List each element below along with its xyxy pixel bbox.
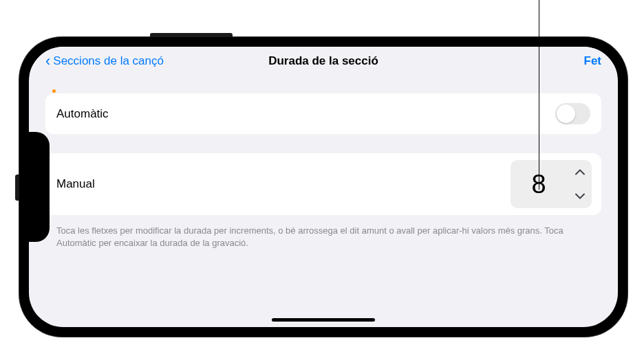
home-indicator[interactable] (272, 318, 375, 322)
callout-line (539, 0, 539, 190)
quantity-stepper[interactable]: 8 (511, 160, 592, 208)
navbar: ‹ Seccions de la cançó Durada de la secc… (29, 47, 618, 74)
manual-row: Manual 8 (45, 153, 601, 215)
notch (29, 132, 50, 242)
automatic-label: Automàtic (56, 107, 109, 121)
chevron-up-icon[interactable] (568, 160, 592, 184)
footer-help-text: Toca les fletxes per modificar la durada… (45, 225, 601, 249)
toggle-knob (557, 104, 575, 123)
back-label: Seccions de la cançó (53, 54, 164, 68)
automatic-group: Automàtic (45, 93, 601, 134)
manual-group: Manual 8 (45, 153, 601, 215)
done-button[interactable]: Fet (584, 54, 602, 68)
stepper-arrows (567, 160, 592, 208)
page-title: Durada de la secció (268, 54, 378, 68)
chevron-down-icon[interactable] (568, 184, 592, 208)
side-button (15, 175, 19, 201)
recording-indicator-dot (52, 89, 56, 93)
automatic-row: Automàtic (45, 93, 601, 134)
automatic-toggle[interactable] (555, 103, 590, 124)
back-button[interactable]: ‹ Seccions de la cançó (45, 54, 164, 69)
chevron-left-icon: ‹ (45, 54, 50, 69)
screen: ‹ Seccions de la cançó Durada de la secc… (29, 47, 618, 327)
phone-frame: ‹ Seccions de la cançó Durada de la secc… (19, 37, 627, 337)
manual-label: Manual (56, 177, 95, 191)
content: Automàtic Manual 8 (29, 74, 618, 249)
